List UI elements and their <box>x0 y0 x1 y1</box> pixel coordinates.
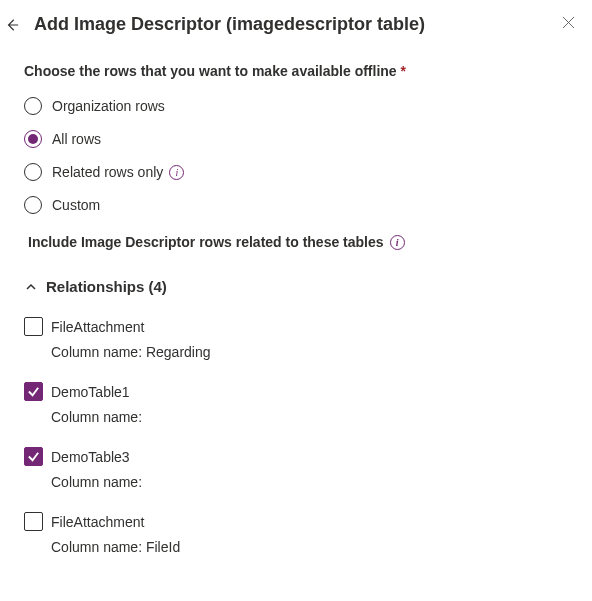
relationship-label: FileAttachment <box>51 319 144 335</box>
row-filter-radio-group: Organization rows All rows Related rows … <box>24 97 570 214</box>
column-name-text: Column name: <box>51 474 570 490</box>
radio-label: All rows <box>52 131 101 147</box>
prompt-label: Choose the rows that you want to make av… <box>24 63 570 79</box>
checkbox-indicator <box>24 512 43 531</box>
arrow-left-icon <box>5 18 19 32</box>
relationships-list: FileAttachment Column name: Regarding De… <box>24 317 570 555</box>
column-name-text: Column name: <box>51 409 570 425</box>
radio-custom[interactable]: Custom <box>24 196 570 214</box>
prompt-text: Choose the rows that you want to make av… <box>24 63 397 79</box>
relationship-label: FileAttachment <box>51 514 144 530</box>
related-tables-label: Include Image Descriptor rows related to… <box>28 234 570 250</box>
checkbox-indicator <box>24 317 43 336</box>
section-label-text: Include Image Descriptor rows related to… <box>28 234 384 250</box>
radio-related-rows-only[interactable]: Related rows only i <box>24 163 570 181</box>
checkbox-indicator <box>24 382 43 401</box>
panel-title: Add Image Descriptor (imagedescriptor ta… <box>34 14 425 35</box>
relationship-item: DemoTable3 Column name: <box>24 447 570 490</box>
radio-label: Organization rows <box>52 98 165 114</box>
close-button[interactable] <box>560 14 576 30</box>
relationship-checkbox-fileattachment[interactable]: FileAttachment <box>24 317 570 336</box>
radio-all-rows[interactable]: All rows <box>24 130 570 148</box>
close-icon <box>562 16 575 29</box>
radio-indicator <box>24 97 42 115</box>
relationship-item: DemoTable1 Column name: <box>24 382 570 425</box>
accordion-title: Relationships (4) <box>46 278 167 295</box>
radio-label: Related rows only <box>52 164 163 180</box>
column-name-text: Column name: Regarding <box>51 344 570 360</box>
panel-header: Add Image Descriptor (imagedescriptor ta… <box>22 14 570 35</box>
required-asterisk: * <box>401 63 406 79</box>
relationship-checkbox-fileattachment-fileid[interactable]: FileAttachment <box>24 512 570 531</box>
relationships-accordion-header[interactable]: Relationships (4) <box>24 278 570 295</box>
relationship-item: FileAttachment Column name: Regarding <box>24 317 570 360</box>
radio-organization-rows[interactable]: Organization rows <box>24 97 570 115</box>
back-button[interactable] <box>4 17 20 33</box>
column-name-text: Column name: FileId <box>51 539 570 555</box>
relationship-checkbox-demotable3[interactable]: DemoTable3 <box>24 447 570 466</box>
radio-indicator <box>24 196 42 214</box>
relationship-checkbox-demotable1[interactable]: DemoTable1 <box>24 382 570 401</box>
radio-indicator <box>24 163 42 181</box>
radio-indicator <box>24 130 42 148</box>
checkbox-indicator <box>24 447 43 466</box>
relationship-label: DemoTable3 <box>51 449 130 465</box>
radio-label: Custom <box>52 197 100 213</box>
relationship-item: FileAttachment Column name: FileId <box>24 512 570 555</box>
chevron-up-icon <box>24 280 38 294</box>
info-icon[interactable]: i <box>390 235 405 250</box>
info-icon[interactable]: i <box>169 165 184 180</box>
relationship-label: DemoTable1 <box>51 384 130 400</box>
